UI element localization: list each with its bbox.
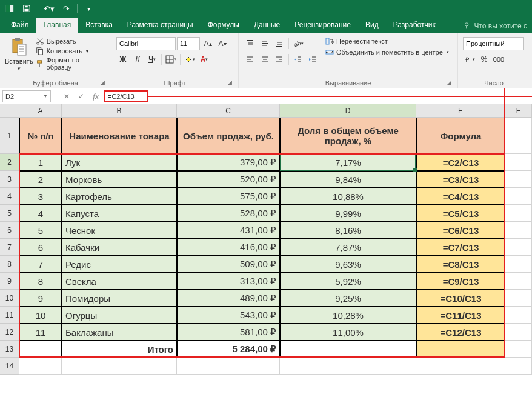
cell-d6[interactable]: 8,16% bbox=[280, 222, 416, 239]
cell-d12[interactable]: 11,00% bbox=[280, 324, 416, 341]
number-format-select[interactable] bbox=[463, 37, 524, 50]
italic-button[interactable]: К bbox=[131, 53, 144, 66]
row-header-14[interactable]: 14 bbox=[0, 358, 19, 375]
cell-d9[interactable]: 5,92% bbox=[280, 273, 416, 290]
cell-b2[interactable]: Лук bbox=[62, 154, 177, 171]
tab-insert[interactable]: Вставка bbox=[78, 18, 120, 33]
cell-b8[interactable]: Редис bbox=[62, 256, 177, 273]
row-header-9[interactable]: 9 bbox=[0, 273, 19, 290]
tab-page-layout[interactable]: Разметка страницы bbox=[120, 18, 201, 33]
align-left-icon[interactable] bbox=[244, 53, 257, 66]
align-right-icon[interactable] bbox=[273, 53, 286, 66]
cell-c1[interactable]: Объем продаж, руб. bbox=[177, 118, 280, 154]
cell-e12[interactable]: =C12/C13 bbox=[416, 324, 505, 341]
cell-c12[interactable]: 581,00 ₽ bbox=[177, 324, 280, 341]
save-icon[interactable] bbox=[19, 1, 34, 16]
paste-button[interactable]: Вставить ▼ bbox=[5, 35, 33, 72]
cell-b14[interactable] bbox=[62, 358, 177, 375]
cell-a5[interactable]: 4 bbox=[19, 205, 62, 222]
cell-a12[interactable]: 11 bbox=[19, 324, 62, 341]
cell-b10[interactable]: Помидоры bbox=[62, 290, 177, 307]
cell-d14[interactable] bbox=[280, 358, 416, 375]
font-size-select[interactable] bbox=[177, 37, 200, 50]
cell-e8[interactable]: =C8/C13 bbox=[416, 256, 505, 273]
cell-e1[interactable]: Формула bbox=[416, 118, 505, 154]
row-header-13[interactable]: 13 bbox=[0, 341, 19, 358]
cell-b4[interactable]: Картофель bbox=[62, 188, 177, 205]
increase-font-icon[interactable]: A▴ bbox=[201, 37, 214, 50]
cell-c9[interactable]: 313,00 ₽ bbox=[177, 273, 280, 290]
copy-button[interactable]: Копировать▾ bbox=[36, 47, 106, 55]
cell-b11[interactable]: Огурцы bbox=[62, 307, 177, 324]
formula-input[interactable]: =C2/C13 bbox=[104, 90, 148, 102]
enter-formula-icon[interactable]: ✓ bbox=[74, 90, 88, 102]
cell-c13[interactable]: 5 284,00 ₽ bbox=[177, 341, 280, 358]
cell-a4[interactable]: 3 bbox=[19, 188, 62, 205]
font-color-button[interactable]: A▾ bbox=[198, 53, 211, 66]
row-header-7[interactable]: 7 bbox=[0, 239, 19, 256]
cell-f2[interactable] bbox=[505, 154, 532, 171]
cell-b6[interactable]: Чеснок bbox=[62, 222, 177, 239]
col-header-d[interactable]: D bbox=[280, 104, 416, 118]
tab-formulas[interactable]: Формулы bbox=[201, 18, 247, 33]
currency-button[interactable]: ₽▾ bbox=[463, 53, 476, 66]
cell-e9[interactable]: =C9/C13 bbox=[416, 273, 505, 290]
insert-function-icon[interactable]: fx bbox=[88, 90, 103, 102]
cell-f14[interactable] bbox=[505, 358, 532, 375]
row-header-1[interactable]: 1 bbox=[0, 118, 19, 154]
font-launcher-icon[interactable]: ◢ bbox=[226, 79, 233, 87]
col-header-e[interactable]: E bbox=[416, 104, 505, 118]
cell-d3[interactable]: 9,84% bbox=[280, 171, 416, 188]
cell-b13[interactable]: Итого bbox=[62, 341, 177, 358]
tab-review[interactable]: Рецензирование bbox=[287, 18, 358, 33]
cell-a8[interactable]: 7 bbox=[19, 256, 62, 273]
row-header-2[interactable]: 2 bbox=[0, 154, 19, 171]
cell-f4[interactable] bbox=[505, 188, 532, 205]
cell-f12[interactable] bbox=[505, 324, 532, 341]
cell-d5[interactable]: 9,99% bbox=[280, 205, 416, 222]
cell-d1[interactable]: Доля в общем объеме продаж, % bbox=[280, 118, 416, 154]
col-header-a[interactable]: A bbox=[19, 104, 62, 118]
alignment-launcher-icon[interactable]: ◢ bbox=[445, 79, 453, 87]
cell-c11[interactable]: 543,00 ₽ bbox=[177, 307, 280, 324]
cell-a11[interactable]: 10 bbox=[19, 307, 62, 324]
cell-c2[interactable]: 379,00 ₽ bbox=[177, 154, 280, 171]
col-header-c[interactable]: C bbox=[177, 104, 280, 118]
cell-b9[interactable]: Свекла bbox=[62, 273, 177, 290]
cell-d11[interactable]: 10,28% bbox=[280, 307, 416, 324]
cell-f7[interactable] bbox=[505, 239, 532, 256]
cell-f9[interactable] bbox=[505, 273, 532, 290]
tab-developer[interactable]: Разработчик bbox=[386, 18, 443, 33]
align-middle-icon[interactable] bbox=[258, 37, 271, 50]
col-header-f[interactable]: F bbox=[505, 104, 532, 118]
cut-button[interactable]: Вырезать bbox=[36, 37, 106, 45]
cell-c3[interactable]: 520,00 ₽ bbox=[177, 171, 280, 188]
row-header-8[interactable]: 8 bbox=[0, 256, 19, 273]
row-header-5[interactable]: 5 bbox=[0, 205, 19, 222]
cell-d2[interactable]: 7,17% bbox=[280, 154, 416, 171]
align-top-icon[interactable] bbox=[244, 37, 257, 50]
cell-a9[interactable]: 8 bbox=[19, 273, 62, 290]
cell-grid[interactable]: № п/п Наименование товара Объем продаж, … bbox=[19, 118, 532, 375]
cell-f11[interactable] bbox=[505, 307, 532, 324]
cell-c8[interactable]: 509,00 ₽ bbox=[177, 256, 280, 273]
underline-button[interactable]: Ч▾ bbox=[145, 53, 159, 66]
cell-d7[interactable]: 7,87% bbox=[280, 239, 416, 256]
cell-b7[interactable]: Кабачки bbox=[62, 239, 177, 256]
cell-c7[interactable]: 416,00 ₽ bbox=[177, 239, 280, 256]
cell-b1[interactable]: Наименование товара bbox=[62, 118, 177, 154]
row-header-4[interactable]: 4 bbox=[0, 188, 19, 205]
col-header-b[interactable]: B bbox=[62, 104, 177, 118]
cell-e13[interactable] bbox=[416, 341, 505, 358]
tell-me-search[interactable]: Что вы хотите с bbox=[458, 19, 532, 33]
tab-file[interactable]: Файл bbox=[4, 18, 36, 33]
cell-c10[interactable]: 489,00 ₽ bbox=[177, 290, 280, 307]
cell-b5[interactable]: Капуста bbox=[62, 205, 177, 222]
cell-e14[interactable] bbox=[416, 358, 505, 375]
cell-c6[interactable]: 431,00 ₽ bbox=[177, 222, 280, 239]
cell-a13[interactable] bbox=[19, 341, 62, 358]
cell-f3[interactable] bbox=[505, 171, 532, 188]
tab-home[interactable]: Главная bbox=[36, 18, 79, 33]
decrease-font-icon[interactable]: A▾ bbox=[216, 37, 229, 50]
row-header-10[interactable]: 10 bbox=[0, 290, 19, 307]
